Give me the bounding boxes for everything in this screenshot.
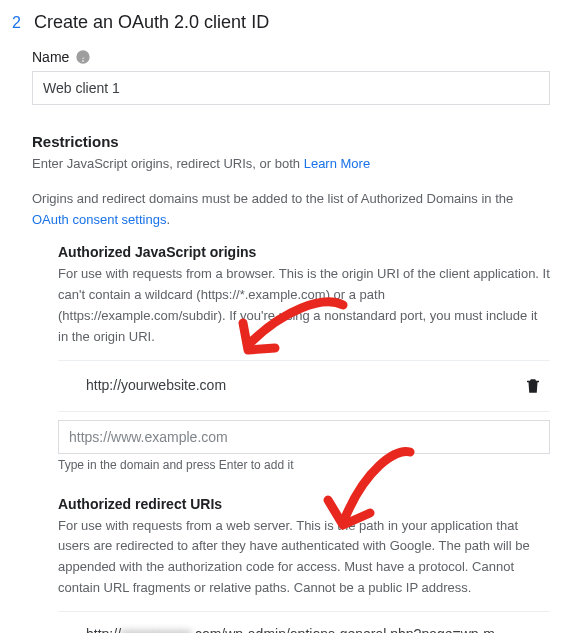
restrictions-intro: Enter JavaScript origins, redirect URIs,… bbox=[32, 154, 550, 175]
js-origin-input[interactable] bbox=[58, 420, 550, 454]
redirect-uri-masked: xxxxxxxxxx bbox=[121, 626, 191, 633]
step-title: Create an OAuth 2.0 client ID bbox=[34, 12, 269, 33]
name-input[interactable] bbox=[32, 71, 550, 105]
domains-note-b: . bbox=[166, 212, 170, 227]
redirect-uris-section: Authorized redirect URIs For use with re… bbox=[32, 494, 550, 633]
domains-note-a: Origins and redirect domains must be add… bbox=[32, 191, 513, 206]
js-origin-entry: http://yourwebsite.com bbox=[58, 360, 550, 412]
oauth-consent-link[interactable]: OAuth consent settings bbox=[32, 212, 166, 227]
redirect-uris-desc: For use with requests from a web server.… bbox=[58, 516, 550, 599]
redirect-uri-entry: http://xxxxxxxxxx.com/wp-admin/options-g… bbox=[58, 611, 550, 633]
name-section: Name bbox=[0, 39, 562, 105]
redirect-uri-prefix: http:// bbox=[86, 626, 121, 633]
js-origins-heading: Authorized JavaScript origins bbox=[58, 244, 550, 260]
js-origin-hint: Type in the domain and press Enter to ad… bbox=[58, 458, 550, 472]
trash-icon bbox=[524, 377, 542, 395]
delete-js-origin-button[interactable] bbox=[520, 373, 546, 399]
step-header: 2 Create an OAuth 2.0 client ID bbox=[0, 12, 562, 39]
redirect-uri-value: http://xxxxxxxxxx.com/wp-admin/options-g… bbox=[86, 624, 520, 633]
step-number: 2 bbox=[12, 14, 34, 32]
js-origin-value: http://yourwebsite.com bbox=[86, 375, 520, 396]
js-origins-desc: For use with requests from a browser. Th… bbox=[58, 264, 550, 347]
restrictions-domains-note: Origins and redirect domains must be add… bbox=[32, 187, 550, 231]
learn-more-link[interactable]: Learn More bbox=[304, 156, 370, 171]
js-origins-section: Authorized JavaScript origins For use wi… bbox=[32, 242, 550, 471]
restrictions-intro-text: Enter JavaScript origins, redirect URIs,… bbox=[32, 156, 304, 171]
restrictions-heading: Restrictions bbox=[32, 133, 550, 150]
redirect-uris-heading: Authorized redirect URIs bbox=[58, 496, 550, 512]
name-label: Name bbox=[32, 49, 69, 65]
restrictions-section: Restrictions Enter JavaScript origins, r… bbox=[0, 127, 562, 633]
help-icon[interactable] bbox=[75, 49, 91, 65]
